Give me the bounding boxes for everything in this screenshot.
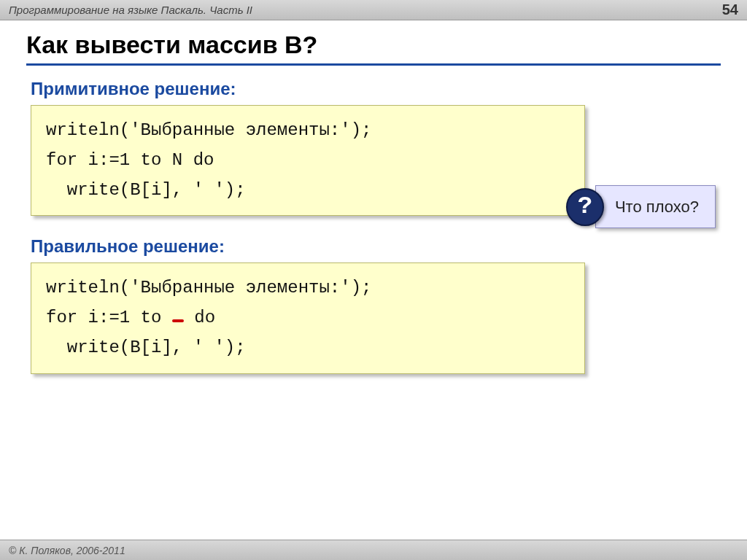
copyright: © К. Поляков, 2006-2011 <box>9 545 125 556</box>
page-number: 54 <box>722 1 738 18</box>
section2-label: Правильное решение: <box>31 236 721 257</box>
question-mark-icon: ? <box>566 188 604 226</box>
code-fragment: for i:=1 to <box>46 308 172 327</box>
callout: ? Что плохо? <box>566 185 716 228</box>
code-box-correct: writeln('Выбранные элементы:'); for i:=1… <box>31 262 585 373</box>
page-title: Как вывести массив B? <box>26 31 721 66</box>
code-line: for i:=1 to N do <box>46 146 570 176</box>
code-line: write(B[i], ' '); <box>46 176 570 206</box>
footer-bar: © К. Поляков, 2006-2011 <box>0 540 747 560</box>
code-line: write(B[i], ' '); <box>46 333 570 363</box>
header-bar: Программирование на языке Паскаль. Часть… <box>0 0 747 20</box>
callout-text: Что плохо? <box>595 185 716 228</box>
course-title: Программирование на языке Паскаль. Часть… <box>9 4 252 16</box>
code-line: writeln('Выбранные элементы:'); <box>46 273 570 303</box>
slide-content: Как вывести массив B? Примитивное решени… <box>0 20 747 374</box>
section1-label: Примитивное решение: <box>31 79 721 99</box>
code-line: for i:=1 to do <box>46 303 570 333</box>
count-highlight <box>172 319 184 322</box>
code-line: writeln('Выбранные элементы:'); <box>46 116 570 146</box>
code-fragment: do <box>184 308 215 327</box>
code-box-primitive: writeln('Выбранные элементы:'); for i:=1… <box>31 105 585 216</box>
